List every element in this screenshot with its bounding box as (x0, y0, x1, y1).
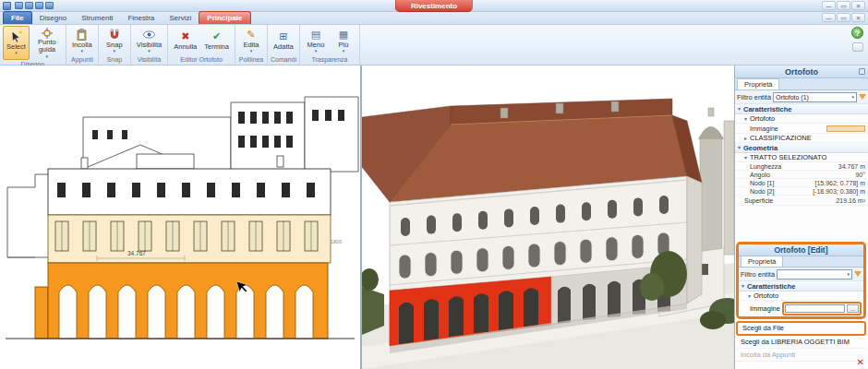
row-angolo[interactable]: Angolo 90° (735, 171, 868, 179)
punto-guida-button[interactable]: Punto guida ▾ (31, 26, 63, 60)
elevation-2d-view[interactable]: 34.767 1800 (0, 65, 362, 369)
triangle-down-icon: ▾ (744, 116, 747, 122)
triangle-down-icon: ▾ (741, 283, 744, 289)
undo-icon[interactable] (25, 2, 33, 9)
termina-button[interactable]: ✔ Termina (201, 26, 232, 55)
edit-row-ortofoto[interactable]: ▾ Ortofoto (739, 292, 863, 301)
filter-label: Filtro entità (741, 270, 775, 279)
cancel-x-icon[interactable]: ✕ (857, 358, 864, 367)
panel-tabs: Proprietà (735, 78, 868, 90)
funnel-icon[interactable] (859, 94, 866, 100)
tab-strumenti[interactable]: Strumenti (74, 12, 120, 24)
menu-icon: ▤ (311, 29, 320, 41)
piu-button[interactable]: ▦ Più ▾ (331, 26, 356, 55)
chevron-down-icon: ▾ (847, 271, 850, 277)
model-3d-view[interactable] (362, 65, 735, 369)
edit-tab-proprieta[interactable]: Proprietà (741, 256, 783, 267)
menu-item-scegli-da-file[interactable]: Scegli da File (736, 321, 866, 336)
section-label: Caratteristiche (747, 282, 796, 291)
tower (698, 108, 734, 255)
window-controls: — ▭ ✕ (822, 1, 865, 10)
row-lunghezza[interactable]: Lunghezza 34.767 m (735, 162, 868, 171)
edit-section-caratteristiche[interactable]: ▾ Caratteristiche (739, 281, 863, 292)
save-icon[interactable] (15, 2, 23, 9)
tab-proprieta[interactable]: Proprietà (737, 78, 779, 89)
incolla-button[interactable]: Incolla ▾ (69, 26, 95, 55)
section-caratteristiche[interactable]: ▾ Caratteristiche (735, 104, 868, 114)
select-button[interactable]: Select ▾ (3, 26, 30, 60)
edit-entity-filter-select[interactable]: ▾ (777, 269, 852, 280)
row-nodo-1[interactable]: Nodo [1] [15.962; 0.778] m (735, 179, 868, 187)
doc-minimize-button[interactable]: — (822, 13, 836, 22)
row-value: 90° (855, 172, 865, 178)
row-label: Nodo [1] (750, 180, 774, 186)
chevron-down-icon: ▾ (81, 49, 84, 54)
pin-icon[interactable] (859, 68, 865, 75)
triangle-down-icon: ▾ (748, 293, 751, 299)
menu-item-libreria-bim[interactable]: Scegli da LIBRERIA OGGETTI BIM (736, 336, 866, 349)
group-label-visibilita: Visibilità (134, 55, 164, 65)
panel-header: Ortofoto (735, 65, 868, 78)
row-label: Angolo (750, 172, 770, 178)
adatta-button[interactable]: ⊞ Adatta (271, 26, 296, 55)
snap-button[interactable]: Snap ▾ (102, 26, 127, 55)
filter-value: Ortofoto (1) (776, 94, 809, 101)
entity-filter-select[interactable]: Ortofoto (1) ▾ (773, 92, 857, 102)
visibilita-button[interactable]: Visibilità ▾ (134, 26, 164, 55)
immagine-value-field[interactable] (826, 125, 865, 132)
row-label: Ortofoto (750, 114, 775, 123)
row-value: [15.962; 0.778] m (815, 180, 865, 186)
group-label-polilinea: Polilinea (238, 55, 264, 65)
row-label: Immagine (750, 125, 778, 132)
minimize-button[interactable]: — (822, 1, 836, 10)
edit-panel-title: Ortofoto [Edit] (774, 245, 827, 255)
edit-row-immagine: Immagine ... (739, 301, 863, 316)
ribbon-group-editor-ortofoto: ✖ Annulla ✔ Termina Editor Ortofoto (168, 25, 235, 65)
menu-button[interactable]: ▤ Menù ▾ (303, 26, 329, 55)
row-immagine[interactable]: Immagine (735, 124, 868, 134)
model-3d-drawing (362, 65, 734, 369)
immagine-input-highlight: ... (782, 302, 862, 315)
menu-item-incolla-appunti[interactable]: Incolla da Appunti (736, 349, 866, 362)
redo-icon[interactable] (35, 2, 43, 9)
group-label-appunti: Appunti (69, 55, 95, 65)
print-icon[interactable] (45, 2, 54, 9)
immagine-input[interactable] (785, 304, 845, 313)
panel-title: Ortofoto (785, 67, 818, 77)
check-icon: ✔ (212, 30, 221, 42)
browse-button[interactable]: ... (847, 304, 859, 313)
ribbon-group-polilinea: ✎ Edita ▾ Polilinea (235, 25, 268, 65)
options-button[interactable] (852, 42, 863, 52)
row-value: [-18.903; 0.380] m (813, 188, 865, 195)
group-label-editor-ortofoto: Editor Ortofoto (171, 55, 232, 65)
doc-close-button[interactable]: ✕ (851, 13, 865, 22)
row-label: CLASSIFICAZIONE (750, 134, 812, 142)
funnel-icon[interactable] (854, 271, 862, 277)
tab-servizi[interactable]: Servizi (162, 12, 199, 24)
tab-finestra[interactable]: Finestra (120, 12, 162, 24)
ortofoto-edit-callout: Ortofoto [Edit] Proprietà Filtro entità … (736, 242, 866, 319)
edita-button[interactable]: ✎ Edita ▾ (238, 26, 264, 55)
doc-restore-button[interactable]: ▭ (837, 13, 850, 22)
row-nodo-2[interactable]: Nodo [2] [-18.903; 0.380] m (735, 187, 868, 196)
tab-file[interactable]: File (3, 11, 32, 24)
close-button[interactable]: ✕ (851, 1, 865, 10)
row-ortofoto[interactable]: ▾ Ortofoto (735, 114, 868, 124)
row-tratto-selezionato[interactable]: ▾ TRATTO SELEZIONATO (735, 153, 868, 162)
app-icon[interactable] (3, 2, 11, 10)
tab-principale[interactable]: Principale (199, 11, 250, 24)
tab-disegno[interactable]: Disegno (32, 12, 74, 24)
application-window: Rivestimento — ▭ ✕ File Disegno Strument… (0, 0, 868, 369)
ribbon-group-appunti: Incolla ▾ Appunti (66, 25, 99, 65)
section-geometria[interactable]: ▾ Geometria (735, 143, 868, 153)
annulla-button[interactable]: ✖ Annulla (171, 26, 199, 55)
ribbon-group-visibilita: Visibilità ▾ Visibilità (131, 25, 168, 65)
help-button[interactable]: ? (851, 27, 863, 39)
row-classificazione[interactable]: ▸ CLASSIFICAZIONE (735, 134, 868, 143)
facade-cream-band (48, 215, 331, 263)
row-value: 34.767 m (838, 163, 865, 170)
row-superficie[interactable]: Superficie 219.16 m² (735, 196, 868, 206)
maximize-button[interactable]: ▭ (837, 1, 850, 10)
facade-orange-arcade (35, 263, 328, 339)
side-face (687, 176, 702, 304)
